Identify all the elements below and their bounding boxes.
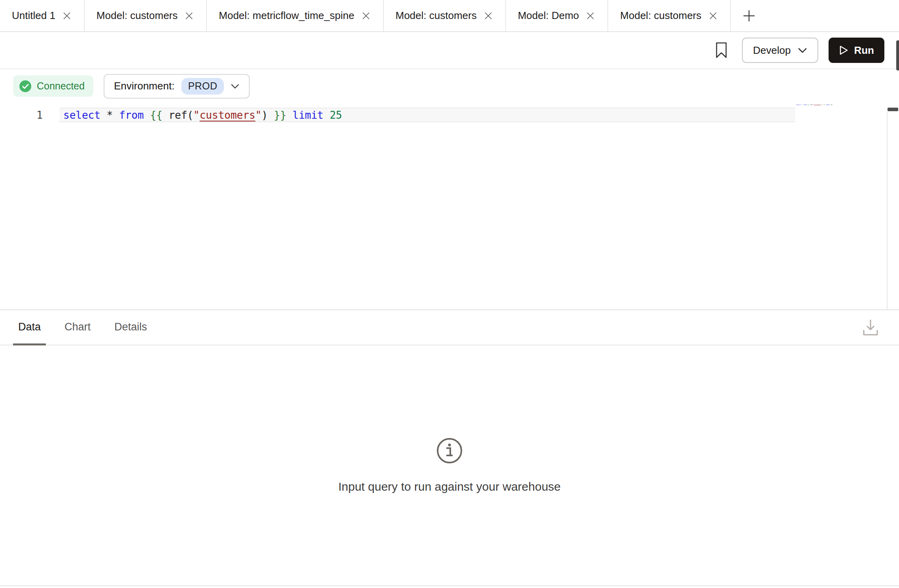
plus-icon [742, 9, 756, 23]
editor-scrollbar-track [887, 112, 888, 309]
environment-value-chip: PROD [181, 78, 224, 95]
tab-details[interactable]: Details [109, 310, 152, 345]
empty-state-message: Input query to run against your warehous… [338, 480, 561, 493]
tab-label: Model: customers [97, 9, 178, 22]
info-icon [436, 437, 463, 464]
code-line[interactable]: select * from {{ ref("customers") }} lim… [63, 109, 342, 122]
window-scrollbar-thumb[interactable] [896, 40, 899, 70]
environment-selector[interactable]: Environment: PROD [104, 74, 250, 99]
tab-model-demo[interactable]: Model: Demo [506, 0, 609, 31]
tab-model-customers-2[interactable]: Model: customers [384, 0, 506, 31]
chevron-down-icon [798, 47, 807, 53]
tab-model-customers-1[interactable]: Model: customers [85, 0, 207, 31]
close-icon[interactable] [585, 11, 596, 21]
tab-data[interactable]: Data [13, 310, 46, 345]
results-empty-state: Input query to run against your warehous… [0, 345, 899, 585]
tab-model-metricflow-time-spine[interactable]: Model: metricflow_time_spine [207, 0, 383, 31]
tab-label: Model: customers [396, 9, 477, 22]
tab-label: Untitled 1 [12, 9, 55, 22]
editor-scrollbar-thumb[interactable] [888, 108, 898, 111]
connection-status-row: Connected Environment: PROD [0, 69, 899, 103]
tab-label: Model: Demo [518, 9, 579, 22]
close-icon[interactable] [483, 11, 493, 21]
tab-chart[interactable]: Chart [59, 310, 96, 345]
download-icon [862, 318, 879, 337]
results-tab-bar: Data Chart Details [0, 309, 899, 345]
tab-label: Model: metricflow_time_spine [219, 9, 354, 22]
environment-label: Environment: [114, 80, 174, 92]
connected-status-badge: Connected [13, 76, 93, 97]
close-icon[interactable] [184, 11, 194, 21]
close-icon[interactable] [62, 11, 72, 21]
download-results-button[interactable] [859, 310, 882, 345]
bottom-divider [0, 585, 899, 586]
bookmark-icon [715, 42, 728, 59]
ide-window: Untitled 1 Model: customers Model: metri… [0, 0, 899, 588]
develop-label: Develop [753, 44, 791, 57]
run-button[interactable]: Run [829, 38, 884, 63]
play-icon [839, 45, 848, 55]
editor-minimap[interactable]: select * from {{ ref("customers") }} lim… [796, 104, 843, 110]
close-icon[interactable] [361, 11, 371, 21]
chevron-down-icon [231, 83, 239, 89]
tab-label: Model: customers [620, 9, 701, 22]
minimap-code-line: select * from {{ ref("customers") }} lim… [796, 104, 802, 106]
check-circle-icon [19, 80, 32, 93]
sql-code-editor[interactable]: 1 select * from {{ ref("customers") }} l… [0, 103, 899, 309]
develop-dropdown-button[interactable]: Develop [742, 38, 818, 63]
tab-untitled-1[interactable]: Untitled 1 [0, 0, 85, 31]
new-tab-button[interactable] [731, 0, 767, 31]
close-icon[interactable] [708, 11, 718, 21]
line-number: 1 [32, 109, 43, 122]
bookmark-button[interactable] [709, 38, 733, 62]
tab-model-customers-3-active[interactable]: Model: customers [608, 0, 730, 31]
connected-label: Connected [37, 80, 85, 92]
editor-tab-bar: Untitled 1 Model: customers Model: metri… [0, 0, 899, 32]
run-label: Run [854, 44, 874, 57]
toolbar: Develop Run [0, 32, 899, 69]
